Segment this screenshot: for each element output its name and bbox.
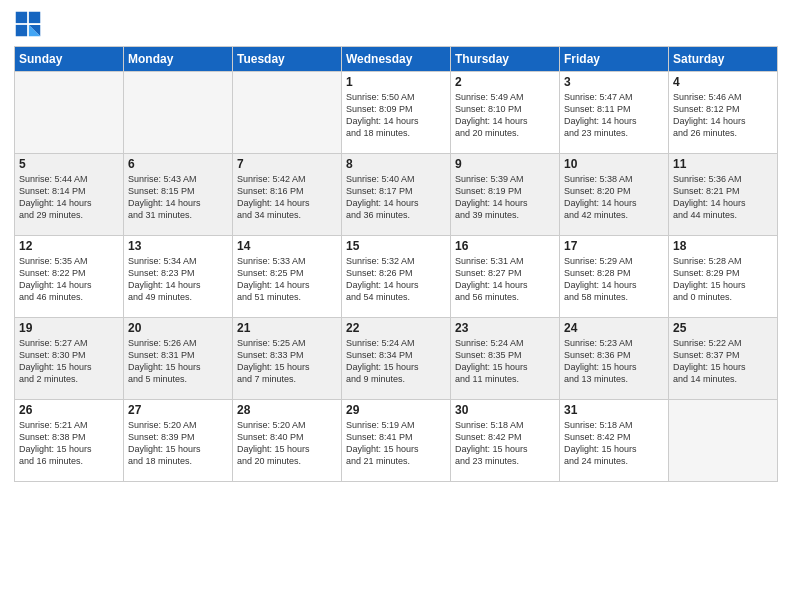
- day-number: 12: [19, 239, 119, 253]
- logo: [14, 10, 46, 38]
- col-header-sunday: Sunday: [15, 47, 124, 72]
- calendar-cell: [233, 72, 342, 154]
- day-number: 18: [673, 239, 773, 253]
- calendar-cell: 27Sunrise: 5:20 AM Sunset: 8:39 PM Dayli…: [124, 400, 233, 482]
- calendar-cell: 3Sunrise: 5:47 AM Sunset: 8:11 PM Daylig…: [560, 72, 669, 154]
- day-number: 25: [673, 321, 773, 335]
- col-header-monday: Monday: [124, 47, 233, 72]
- calendar-cell: [15, 72, 124, 154]
- calendar-cell: [124, 72, 233, 154]
- header-row: SundayMondayTuesdayWednesdayThursdayFrid…: [15, 47, 778, 72]
- calendar-cell: 9Sunrise: 5:39 AM Sunset: 8:19 PM Daylig…: [451, 154, 560, 236]
- calendar-cell: 31Sunrise: 5:18 AM Sunset: 8:42 PM Dayli…: [560, 400, 669, 482]
- day-number: 1: [346, 75, 446, 89]
- day-info: Sunrise: 5:18 AM Sunset: 8:42 PM Dayligh…: [455, 419, 555, 468]
- day-number: 4: [673, 75, 773, 89]
- calendar-cell: 28Sunrise: 5:20 AM Sunset: 8:40 PM Dayli…: [233, 400, 342, 482]
- day-number: 30: [455, 403, 555, 417]
- calendar-cell: 5Sunrise: 5:44 AM Sunset: 8:14 PM Daylig…: [15, 154, 124, 236]
- day-info: Sunrise: 5:26 AM Sunset: 8:31 PM Dayligh…: [128, 337, 228, 386]
- calendar-cell: 8Sunrise: 5:40 AM Sunset: 8:17 PM Daylig…: [342, 154, 451, 236]
- day-number: 17: [564, 239, 664, 253]
- day-number: 14: [237, 239, 337, 253]
- col-header-saturday: Saturday: [669, 47, 778, 72]
- calendar-cell: 20Sunrise: 5:26 AM Sunset: 8:31 PM Dayli…: [124, 318, 233, 400]
- day-number: 26: [19, 403, 119, 417]
- day-number: 8: [346, 157, 446, 171]
- day-info: Sunrise: 5:31 AM Sunset: 8:27 PM Dayligh…: [455, 255, 555, 304]
- calendar-cell: 16Sunrise: 5:31 AM Sunset: 8:27 PM Dayli…: [451, 236, 560, 318]
- calendar-cell: 30Sunrise: 5:18 AM Sunset: 8:42 PM Dayli…: [451, 400, 560, 482]
- day-info: Sunrise: 5:19 AM Sunset: 8:41 PM Dayligh…: [346, 419, 446, 468]
- calendar-cell: 12Sunrise: 5:35 AM Sunset: 8:22 PM Dayli…: [15, 236, 124, 318]
- logo-icon: [14, 10, 42, 38]
- day-info: Sunrise: 5:23 AM Sunset: 8:36 PM Dayligh…: [564, 337, 664, 386]
- day-number: 3: [564, 75, 664, 89]
- header: [14, 10, 778, 38]
- calendar-week-2: 5Sunrise: 5:44 AM Sunset: 8:14 PM Daylig…: [15, 154, 778, 236]
- calendar-cell: [669, 400, 778, 482]
- day-info: Sunrise: 5:39 AM Sunset: 8:19 PM Dayligh…: [455, 173, 555, 222]
- day-info: Sunrise: 5:21 AM Sunset: 8:38 PM Dayligh…: [19, 419, 119, 468]
- day-info: Sunrise: 5:18 AM Sunset: 8:42 PM Dayligh…: [564, 419, 664, 468]
- day-info: Sunrise: 5:40 AM Sunset: 8:17 PM Dayligh…: [346, 173, 446, 222]
- day-info: Sunrise: 5:20 AM Sunset: 8:39 PM Dayligh…: [128, 419, 228, 468]
- day-number: 13: [128, 239, 228, 253]
- calendar-cell: 18Sunrise: 5:28 AM Sunset: 8:29 PM Dayli…: [669, 236, 778, 318]
- calendar-cell: 26Sunrise: 5:21 AM Sunset: 8:38 PM Dayli…: [15, 400, 124, 482]
- calendar-cell: 23Sunrise: 5:24 AM Sunset: 8:35 PM Dayli…: [451, 318, 560, 400]
- calendar-cell: 19Sunrise: 5:27 AM Sunset: 8:30 PM Dayli…: [15, 318, 124, 400]
- calendar-cell: 25Sunrise: 5:22 AM Sunset: 8:37 PM Dayli…: [669, 318, 778, 400]
- calendar-cell: 11Sunrise: 5:36 AM Sunset: 8:21 PM Dayli…: [669, 154, 778, 236]
- page-container: SundayMondayTuesdayWednesdayThursdayFrid…: [0, 0, 792, 612]
- calendar-cell: 10Sunrise: 5:38 AM Sunset: 8:20 PM Dayli…: [560, 154, 669, 236]
- day-number: 15: [346, 239, 446, 253]
- calendar-cell: 2Sunrise: 5:49 AM Sunset: 8:10 PM Daylig…: [451, 72, 560, 154]
- day-info: Sunrise: 5:29 AM Sunset: 8:28 PM Dayligh…: [564, 255, 664, 304]
- day-info: Sunrise: 5:42 AM Sunset: 8:16 PM Dayligh…: [237, 173, 337, 222]
- calendar-week-5: 26Sunrise: 5:21 AM Sunset: 8:38 PM Dayli…: [15, 400, 778, 482]
- calendar-week-4: 19Sunrise: 5:27 AM Sunset: 8:30 PM Dayli…: [15, 318, 778, 400]
- day-info: Sunrise: 5:33 AM Sunset: 8:25 PM Dayligh…: [237, 255, 337, 304]
- calendar-table: SundayMondayTuesdayWednesdayThursdayFrid…: [14, 46, 778, 482]
- calendar-body: 1Sunrise: 5:50 AM Sunset: 8:09 PM Daylig…: [15, 72, 778, 482]
- calendar-cell: 14Sunrise: 5:33 AM Sunset: 8:25 PM Dayli…: [233, 236, 342, 318]
- day-number: 9: [455, 157, 555, 171]
- day-info: Sunrise: 5:22 AM Sunset: 8:37 PM Dayligh…: [673, 337, 773, 386]
- day-info: Sunrise: 5:44 AM Sunset: 8:14 PM Dayligh…: [19, 173, 119, 222]
- calendar-week-3: 12Sunrise: 5:35 AM Sunset: 8:22 PM Dayli…: [15, 236, 778, 318]
- day-number: 20: [128, 321, 228, 335]
- calendar-cell: 7Sunrise: 5:42 AM Sunset: 8:16 PM Daylig…: [233, 154, 342, 236]
- day-number: 10: [564, 157, 664, 171]
- day-number: 19: [19, 321, 119, 335]
- col-header-tuesday: Tuesday: [233, 47, 342, 72]
- col-header-wednesday: Wednesday: [342, 47, 451, 72]
- calendar-cell: 1Sunrise: 5:50 AM Sunset: 8:09 PM Daylig…: [342, 72, 451, 154]
- day-info: Sunrise: 5:32 AM Sunset: 8:26 PM Dayligh…: [346, 255, 446, 304]
- calendar-cell: 15Sunrise: 5:32 AM Sunset: 8:26 PM Dayli…: [342, 236, 451, 318]
- day-info: Sunrise: 5:43 AM Sunset: 8:15 PM Dayligh…: [128, 173, 228, 222]
- day-number: 27: [128, 403, 228, 417]
- day-number: 2: [455, 75, 555, 89]
- day-info: Sunrise: 5:24 AM Sunset: 8:35 PM Dayligh…: [455, 337, 555, 386]
- calendar-cell: 29Sunrise: 5:19 AM Sunset: 8:41 PM Dayli…: [342, 400, 451, 482]
- calendar-cell: 22Sunrise: 5:24 AM Sunset: 8:34 PM Dayli…: [342, 318, 451, 400]
- day-info: Sunrise: 5:46 AM Sunset: 8:12 PM Dayligh…: [673, 91, 773, 140]
- day-info: Sunrise: 5:28 AM Sunset: 8:29 PM Dayligh…: [673, 255, 773, 304]
- day-info: Sunrise: 5:25 AM Sunset: 8:33 PM Dayligh…: [237, 337, 337, 386]
- day-info: Sunrise: 5:34 AM Sunset: 8:23 PM Dayligh…: [128, 255, 228, 304]
- day-number: 29: [346, 403, 446, 417]
- day-info: Sunrise: 5:47 AM Sunset: 8:11 PM Dayligh…: [564, 91, 664, 140]
- day-info: Sunrise: 5:36 AM Sunset: 8:21 PM Dayligh…: [673, 173, 773, 222]
- day-number: 24: [564, 321, 664, 335]
- day-number: 6: [128, 157, 228, 171]
- calendar-cell: 21Sunrise: 5:25 AM Sunset: 8:33 PM Dayli…: [233, 318, 342, 400]
- day-info: Sunrise: 5:49 AM Sunset: 8:10 PM Dayligh…: [455, 91, 555, 140]
- day-info: Sunrise: 5:38 AM Sunset: 8:20 PM Dayligh…: [564, 173, 664, 222]
- day-info: Sunrise: 5:35 AM Sunset: 8:22 PM Dayligh…: [19, 255, 119, 304]
- svg-rect-0: [16, 12, 27, 23]
- calendar-cell: 6Sunrise: 5:43 AM Sunset: 8:15 PM Daylig…: [124, 154, 233, 236]
- day-number: 16: [455, 239, 555, 253]
- day-info: Sunrise: 5:50 AM Sunset: 8:09 PM Dayligh…: [346, 91, 446, 140]
- day-info: Sunrise: 5:20 AM Sunset: 8:40 PM Dayligh…: [237, 419, 337, 468]
